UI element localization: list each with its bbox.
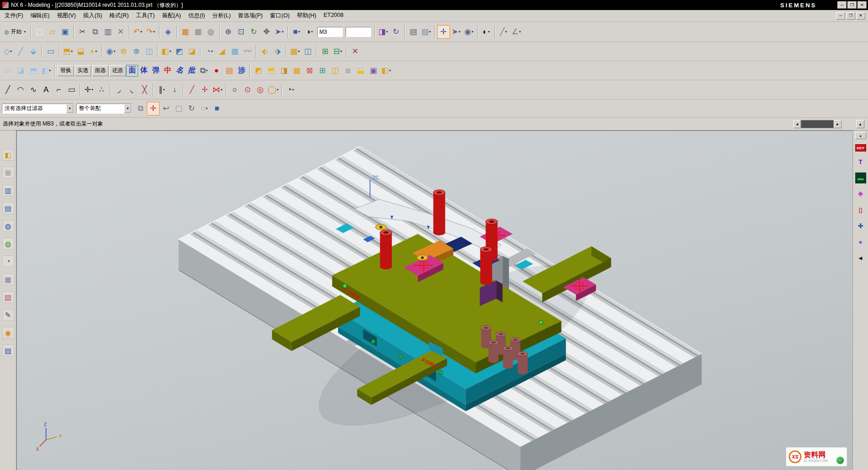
chevron-down-icon[interactable]: ▾ bbox=[66, 104, 73, 113]
die-cube-1-button[interactable]: ◩ bbox=[252, 64, 265, 78]
signature-button[interactable]: ✎ bbox=[2, 309, 14, 321]
palette-button[interactable]: ▧ bbox=[2, 291, 14, 303]
selection-filter-dropdown[interactable]: 没有选择过滤器 ▾ bbox=[2, 104, 74, 114]
command-finder-button[interactable]: ◈ bbox=[162, 25, 175, 39]
scroll-left-button[interactable]: ◄ bbox=[793, 120, 801, 128]
circle-center-button[interactable]: ⊙ bbox=[241, 83, 254, 97]
orient-view-button[interactable]: ➤▾ bbox=[273, 25, 286, 39]
cross-red-button[interactable]: ✛ bbox=[198, 83, 211, 97]
body-char-button[interactable]: 体 bbox=[138, 65, 150, 77]
background-dropdown[interactable] bbox=[346, 27, 371, 37]
fillet-tool-button[interactable]: ◞ bbox=[113, 83, 125, 97]
menu-item-3[interactable]: 插入(S) bbox=[79, 10, 106, 21]
zoom-tool-button[interactable]: ◉▾ bbox=[463, 25, 475, 39]
shapes-palette-button[interactable]: ❖ bbox=[855, 188, 866, 199]
ball-palette-button[interactable]: ● bbox=[855, 236, 866, 247]
wireframe-cube-button[interactable]: ▢ bbox=[172, 102, 185, 115]
minimize-button[interactable]: ─ bbox=[837, 1, 847, 9]
delete-button[interactable]: ✕ bbox=[114, 25, 127, 39]
chamfer-tool-button[interactable]: ◟ bbox=[125, 83, 138, 97]
tile-windows-button[interactable]: ◧ bbox=[2, 149, 14, 161]
project-curve-button[interactable]: ↓ bbox=[168, 83, 181, 97]
point-tool-button[interactable]: ✛▾ bbox=[83, 83, 95, 97]
undo-button[interactable]: ↶▾ bbox=[132, 25, 145, 39]
sheet-1-button[interactable]: ▱ bbox=[1, 64, 14, 78]
cut-button[interactable]: ✂ bbox=[76, 25, 89, 39]
menu-item-5[interactable]: 工具(T) bbox=[132, 10, 158, 21]
menu-item-10[interactable]: 窗口(O) bbox=[266, 10, 293, 21]
text-tool-button[interactable]: A bbox=[40, 83, 52, 97]
sheet-4-button[interactable]: ◧▾ bbox=[40, 64, 52, 78]
die-cube-4-button[interactable]: ▩ bbox=[290, 64, 303, 78]
resource-scroll-up-button[interactable]: ▴ bbox=[855, 132, 866, 139]
datum-csys-button[interactable]: ⬙ bbox=[27, 45, 40, 58]
internet-explorer-button[interactable]: ◍ bbox=[2, 238, 14, 250]
select-tool-button[interactable]: ➤▾ bbox=[450, 25, 463, 39]
move-object-button[interactable]: ◨▾ bbox=[377, 25, 390, 39]
name-char-button[interactable]: 名 bbox=[174, 65, 186, 77]
menu-item-7[interactable]: 信息(I) bbox=[185, 10, 209, 21]
cancel-feature-button[interactable]: ✕ bbox=[349, 45, 362, 58]
revolve-button[interactable]: ⬓ bbox=[74, 45, 87, 58]
rectangle-tool-button[interactable]: ▭ bbox=[65, 83, 78, 97]
scroll-up-corner-button[interactable]: ▲ bbox=[856, 120, 864, 128]
copy-button[interactable]: ⧉ bbox=[89, 25, 102, 39]
close-button[interactable]: ✕ bbox=[858, 1, 867, 9]
measure-angle-button[interactable]: ∠▾ bbox=[510, 25, 523, 39]
roles-button[interactable]: ◉ bbox=[2, 327, 14, 339]
sweep-button[interactable]: ◗▾ bbox=[87, 45, 100, 58]
thread-button[interactable]: 〰 bbox=[241, 45, 254, 58]
mold-palette-button[interactable]: ▯ bbox=[855, 204, 866, 215]
menu-item-2[interactable]: 视图(V) bbox=[53, 10, 80, 21]
chevron-down-icon[interactable]: ▾ bbox=[124, 104, 131, 113]
menu-item-12[interactable]: ET2008 bbox=[320, 10, 347, 21]
mdi-close-button[interactable]: ✕ bbox=[856, 12, 865, 20]
sketch-button[interactable]: ▭ bbox=[44, 45, 57, 58]
corner-tool-button[interactable]: ⌐ bbox=[52, 83, 65, 97]
translucent-button[interactable]: 实透 bbox=[75, 65, 91, 76]
snap-cross-button[interactable]: ✛ bbox=[147, 102, 160, 115]
template-palette-button[interactable]: T bbox=[855, 157, 866, 167]
die-cube-7-button[interactable]: ◫ bbox=[329, 64, 341, 78]
point-set-button[interactable]: ∴ bbox=[95, 83, 108, 97]
replace-button[interactable]: 替换 bbox=[57, 65, 74, 76]
menu-item-11[interactable]: 帮助(H) bbox=[293, 10, 320, 21]
menu-item-6[interactable]: 装配(A) bbox=[158, 10, 185, 21]
refresh-view-button[interactable]: ↻ bbox=[248, 25, 260, 39]
history-button[interactable]: ◔ bbox=[2, 256, 14, 267]
3d-scene[interactable]: ZC FORK FORK Z Y X bbox=[17, 131, 852, 470]
die-cube-6-button[interactable]: ⊞ bbox=[316, 64, 329, 78]
fastener-palette-button[interactable]: ✚ bbox=[855, 220, 866, 231]
die-cube-8-button[interactable]: ⧈ bbox=[341, 64, 354, 78]
bridge-curve-button[interactable]: ⋈▾ bbox=[211, 83, 224, 97]
scroll-thumb[interactable] bbox=[801, 120, 834, 128]
lasso-select-button[interactable]: ◌▾ bbox=[198, 102, 211, 115]
split-body-button[interactable]: ⬗ bbox=[271, 45, 284, 58]
open-button[interactable]: ▱ bbox=[46, 25, 59, 39]
sheet-3-button[interactable]: ⬒ bbox=[27, 64, 40, 78]
die-cube-2-button[interactable]: ⬒ bbox=[265, 64, 278, 78]
menu-item-4[interactable]: 格式(R) bbox=[106, 10, 132, 21]
chamfer-button[interactable]: ◢ bbox=[216, 45, 228, 58]
intersect-button[interactable]: ◪ bbox=[186, 45, 198, 58]
hole-button[interactable]: ◉▾ bbox=[104, 45, 117, 58]
menu-item-9[interactable]: 首选项(P) bbox=[234, 10, 266, 21]
shaded-view-button[interactable]: ■▾ bbox=[290, 25, 303, 39]
copy-tag-button[interactable]: ⧉▾ bbox=[197, 64, 210, 78]
offset-curve-button[interactable]: ∥▾ bbox=[155, 83, 168, 97]
new-file-button[interactable]: ▢ bbox=[33, 25, 46, 39]
pattern-feature-button[interactable]: ▩▾ bbox=[289, 45, 301, 58]
die-cube-3-button[interactable]: ◨ bbox=[278, 64, 290, 78]
center-char-button[interactable]: 中 bbox=[162, 65, 174, 77]
pan-view-button[interactable]: ✥ bbox=[260, 25, 273, 39]
pocket-button[interactable]: ⊛ bbox=[130, 45, 143, 58]
contrast-button[interactable]: ◐▾ bbox=[480, 25, 493, 39]
subtract-button[interactable]: ◩ bbox=[173, 45, 186, 58]
red-ball-button[interactable]: ● bbox=[210, 64, 223, 78]
edge-blend-button[interactable]: ◔▾ bbox=[203, 45, 216, 58]
extrude-button[interactable]: ⬒▾ bbox=[62, 45, 74, 58]
restore-button[interactable]: ❐ bbox=[847, 1, 857, 9]
rotate-object-button[interactable]: ↻ bbox=[390, 25, 403, 39]
redo-button[interactable]: ↷▾ bbox=[145, 25, 157, 39]
mdi-restore-button[interactable]: ❐ bbox=[846, 12, 855, 20]
